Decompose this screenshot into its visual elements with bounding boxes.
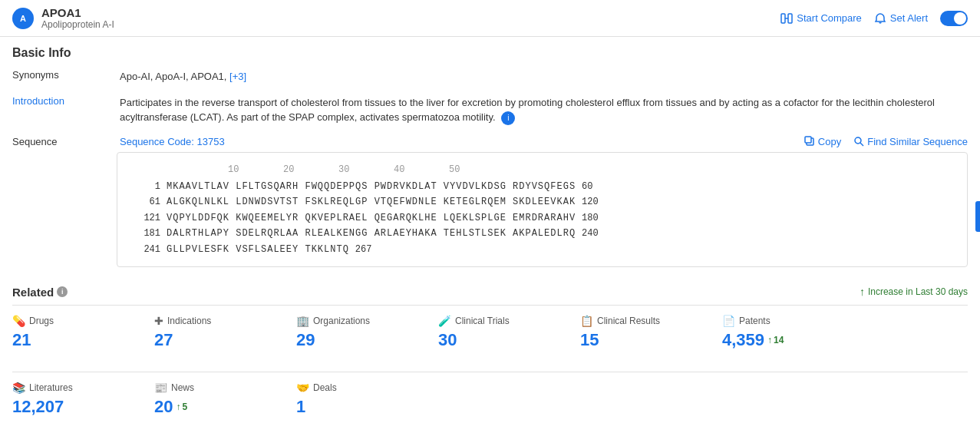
copy-button[interactable]: Copy xyxy=(804,136,841,147)
news-value: 20 ↑ 5 xyxy=(154,397,296,417)
literatures-icon: 📚 xyxy=(12,382,25,394)
svg-rect-1 xyxy=(788,14,792,23)
synonyms-label: Synonyms xyxy=(12,69,120,84)
news-delta-arrow: ↑ xyxy=(176,402,180,412)
organizations-value: 29 xyxy=(296,330,438,350)
stat-organizations-header: 🏢 Organizations xyxy=(296,315,438,327)
copy-icon xyxy=(804,136,815,147)
find-similar-button[interactable]: Find Similar Sequence xyxy=(853,136,968,147)
news-delta: ↑ 5 xyxy=(176,402,187,412)
sequence-line-2: 61 ALGKQLNLKL LDNWDSVTST FSKLREQLGP VTQE… xyxy=(130,194,955,210)
stat-clinical-results[interactable]: 📋 Clinical Results 15 xyxy=(580,315,722,350)
indications-icon: ✚ xyxy=(154,315,163,327)
literatures-value: 12,207 xyxy=(12,397,154,417)
gene-name: APOA1 xyxy=(41,6,114,19)
alert-icon xyxy=(874,12,886,25)
related-info-icon[interactable]: i xyxy=(57,286,68,297)
stat-news[interactable]: 📰 News 20 ↑ 5 xyxy=(154,382,296,417)
news-icon: 📰 xyxy=(154,382,167,394)
indications-label: Indications xyxy=(167,316,211,326)
stat-drugs[interactable]: 💊 Drugs 21 xyxy=(12,315,154,350)
svg-rect-4 xyxy=(805,137,811,143)
synonyms-row: Synonyms Apo-AI, ApoA-I, APOA1, [+3] xyxy=(12,69,968,84)
introduction-value: Participates in the reverse transport of… xyxy=(120,95,968,125)
sequence-label: Sequence xyxy=(12,136,120,267)
stat-clinical-trials[interactable]: 🧪 Clinical Trials 30 xyxy=(438,315,580,350)
related-section-header: Related i ↑ Increase in Last 30 days xyxy=(12,278,968,306)
stat-literatures[interactable]: 📚 Literatures 12,207 xyxy=(12,382,154,417)
compare-icon xyxy=(780,12,793,25)
toggle-knob xyxy=(954,12,966,25)
clinical-results-value: 15 xyxy=(580,330,722,350)
clinical-trials-value: 30 xyxy=(438,330,580,350)
header-titles: APOA1 Apolipoprotein A-I xyxy=(41,6,114,30)
stat-deals-header: 🤝 Deals xyxy=(296,382,438,394)
svg-rect-0 xyxy=(781,14,785,23)
sequence-line-3: 121 VQPYLDDFQK KWQEEMELYR QKVEPLRAEL QEG… xyxy=(130,210,955,226)
sequence-code: Sequence Code: 13753 xyxy=(120,136,225,147)
drugs-icon: 💊 xyxy=(12,315,25,327)
main-content: Basic Info Synonyms Apo-AI, ApoA-I, APOA… xyxy=(0,37,980,433)
stats-grid-row2: 📚 Literatures 12,207 📰 News 20 ↑ 5 🤝 Dea… xyxy=(12,372,968,433)
literatures-label: Literatures xyxy=(29,382,73,393)
gene-icon: A xyxy=(12,8,34,29)
stat-clinical-results-header: 📋 Clinical Results xyxy=(580,315,722,327)
indications-value: 27 xyxy=(154,330,296,350)
start-compare-button[interactable]: Start Compare xyxy=(780,12,862,25)
synonyms-value: Apo-AI, ApoA-I, APOA1, [+3] xyxy=(120,69,968,84)
sequence-row: Sequence Sequence Code: 13753 Copy xyxy=(12,136,968,267)
deals-value: 1 xyxy=(296,397,438,417)
sequence-line-4: 181 DALRTHLAPY SDELRQRLAA RLEALKENGG ARL… xyxy=(130,226,955,241)
deals-label: Deals xyxy=(313,382,337,393)
increase-arrow-icon: ↑ xyxy=(860,286,865,298)
sequence-line-1: 1 MKAAVLTLAV LFLTGSQARH FWQQDEPPQS PWDRV… xyxy=(130,179,955,194)
right-edge-indicator[interactable] xyxy=(975,201,980,232)
patents-icon: 📄 xyxy=(722,315,735,327)
info-icon: i xyxy=(501,111,515,125)
protein-name: Apolipoprotein A-I xyxy=(41,19,114,30)
organizations-label: Organizations xyxy=(313,316,370,326)
header-left: A APOA1 Apolipoprotein A-I xyxy=(12,6,114,30)
patents-delta: ↑ 14 xyxy=(767,335,784,345)
basic-info-title: Basic Info xyxy=(12,46,968,60)
sequence-actions: Copy Find Similar Sequence xyxy=(804,136,968,147)
svg-point-5 xyxy=(855,137,861,144)
find-similar-icon xyxy=(853,136,864,147)
stat-literatures-header: 📚 Literatures xyxy=(12,382,154,394)
deals-icon: 🤝 xyxy=(296,382,309,394)
organizations-icon: 🏢 xyxy=(296,315,309,327)
header-right: Start Compare Set Alert xyxy=(780,11,968,26)
sequence-header: Sequence Code: 13753 Copy xyxy=(120,136,968,147)
clinical-results-icon: 📋 xyxy=(580,315,593,327)
stat-indications-header: ✚ Indications xyxy=(154,315,296,327)
sequence-line-5: 241 GLLPVLESFK VSFLSALEEY TKKLNTQ 267 xyxy=(130,242,955,257)
patents-delta-arrow: ↑ xyxy=(767,335,772,345)
introduction-row: Introduction Participates in the reverse… xyxy=(12,95,968,125)
related-title: Related i xyxy=(12,286,68,299)
news-label: News xyxy=(171,382,194,393)
patents-value: 4,359 ↑ 14 xyxy=(722,330,864,350)
alert-toggle[interactable] xyxy=(940,11,968,26)
stat-news-header: 📰 News xyxy=(154,382,296,394)
introduction-label[interactable]: Introduction xyxy=(12,95,120,125)
clinical-results-label: Clinical Results xyxy=(597,316,660,326)
sequence-container: Sequence Code: 13753 Copy xyxy=(120,136,968,267)
synonyms-more-link[interactable]: [+3] xyxy=(229,71,246,82)
stat-indications[interactable]: ✚ Indications 27 xyxy=(154,315,296,350)
clinical-trials-icon: 🧪 xyxy=(438,315,451,327)
stat-organizations[interactable]: 🏢 Organizations 29 xyxy=(296,315,438,350)
stat-patents[interactable]: 📄 Patents 4,359 ↑ 14 xyxy=(722,315,864,350)
stats-grid-row1: 💊 Drugs 21 ✚ Indications 27 🏢 Organizati… xyxy=(12,306,968,372)
drugs-label: Drugs xyxy=(29,316,54,326)
svg-line-6 xyxy=(860,143,863,146)
clinical-trials-label: Clinical Trials xyxy=(455,316,510,326)
sequence-box: 10 20 30 40 50 1 MKAAVLTLAV LFLTGSQARH F… xyxy=(117,152,968,267)
increase-badge: ↑ Increase in Last 30 days xyxy=(860,286,968,298)
patents-label: Patents xyxy=(739,316,770,326)
drugs-value: 21 xyxy=(12,330,154,350)
set-alert-button[interactable]: Set Alert xyxy=(874,12,928,25)
stat-clinical-trials-header: 🧪 Clinical Trials xyxy=(438,315,580,327)
stat-deals[interactable]: 🤝 Deals 1 xyxy=(296,382,438,417)
sequence-ruler: 10 20 30 40 50 xyxy=(130,162,955,177)
header: A APOA1 Apolipoprotein A-I Start Compare… xyxy=(0,0,980,37)
